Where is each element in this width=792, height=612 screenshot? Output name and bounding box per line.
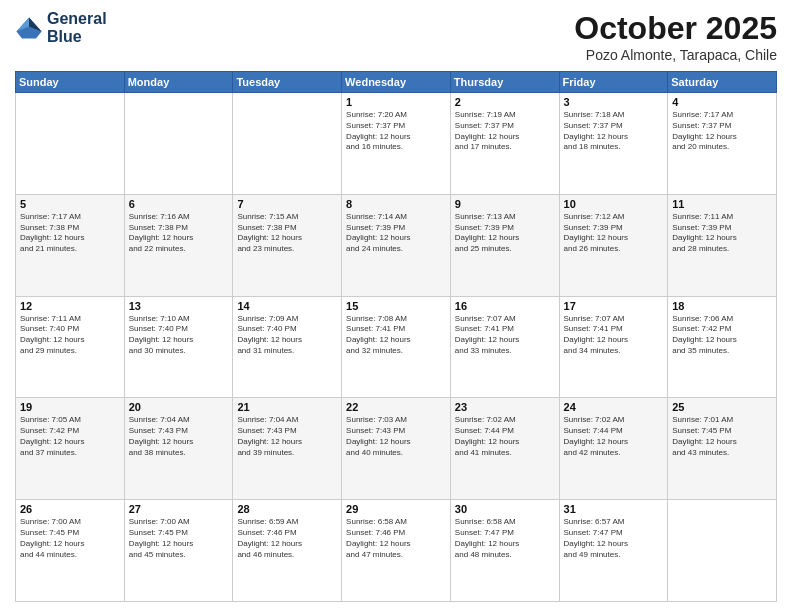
calendar-week-row-0: 1Sunrise: 7:20 AM Sunset: 7:37 PM Daylig… (16, 93, 777, 195)
cell-info-text: Sunrise: 6:57 AM Sunset: 7:47 PM Dayligh… (564, 517, 664, 560)
calendar-cell: 9Sunrise: 7:13 AM Sunset: 7:39 PM Daylig… (450, 194, 559, 296)
calendar-cell (233, 93, 342, 195)
calendar-cell: 11Sunrise: 7:11 AM Sunset: 7:39 PM Dayli… (668, 194, 777, 296)
location-subtitle: Pozo Almonte, Tarapaca, Chile (574, 47, 777, 63)
calendar-cell: 27Sunrise: 7:00 AM Sunset: 7:45 PM Dayli… (124, 500, 233, 602)
cell-info-text: Sunrise: 7:15 AM Sunset: 7:38 PM Dayligh… (237, 212, 337, 255)
calendar-cell (16, 93, 125, 195)
cell-day-number: 26 (20, 503, 120, 515)
cell-day-number: 13 (129, 300, 229, 312)
cell-info-text: Sunrise: 7:17 AM Sunset: 7:38 PM Dayligh… (20, 212, 120, 255)
calendar-week-row-4: 26Sunrise: 7:00 AM Sunset: 7:45 PM Dayli… (16, 500, 777, 602)
cell-day-number: 22 (346, 401, 446, 413)
cell-day-number: 10 (564, 198, 664, 210)
cell-info-text: Sunrise: 7:19 AM Sunset: 7:37 PM Dayligh… (455, 110, 555, 153)
cell-info-text: Sunrise: 7:11 AM Sunset: 7:40 PM Dayligh… (20, 314, 120, 357)
cell-info-text: Sunrise: 7:16 AM Sunset: 7:38 PM Dayligh… (129, 212, 229, 255)
cell-day-number: 21 (237, 401, 337, 413)
col-wednesday: Wednesday (342, 72, 451, 93)
cell-day-number: 29 (346, 503, 446, 515)
calendar-week-row-1: 5Sunrise: 7:17 AM Sunset: 7:38 PM Daylig… (16, 194, 777, 296)
cell-info-text: Sunrise: 7:04 AM Sunset: 7:43 PM Dayligh… (129, 415, 229, 458)
cell-day-number: 24 (564, 401, 664, 413)
header: General Blue October 2025 Pozo Almonte, … (15, 10, 777, 63)
calendar-cell: 22Sunrise: 7:03 AM Sunset: 7:43 PM Dayli… (342, 398, 451, 500)
calendar-cell: 4Sunrise: 7:17 AM Sunset: 7:37 PM Daylig… (668, 93, 777, 195)
cell-day-number: 11 (672, 198, 772, 210)
cell-day-number: 18 (672, 300, 772, 312)
cell-info-text: Sunrise: 7:10 AM Sunset: 7:40 PM Dayligh… (129, 314, 229, 357)
col-saturday: Saturday (668, 72, 777, 93)
cell-info-text: Sunrise: 7:07 AM Sunset: 7:41 PM Dayligh… (455, 314, 555, 357)
cell-day-number: 6 (129, 198, 229, 210)
calendar-cell: 24Sunrise: 7:02 AM Sunset: 7:44 PM Dayli… (559, 398, 668, 500)
cell-info-text: Sunrise: 7:07 AM Sunset: 7:41 PM Dayligh… (564, 314, 664, 357)
calendar-cell: 16Sunrise: 7:07 AM Sunset: 7:41 PM Dayli… (450, 296, 559, 398)
cell-info-text: Sunrise: 7:00 AM Sunset: 7:45 PM Dayligh… (129, 517, 229, 560)
cell-day-number: 4 (672, 96, 772, 108)
cell-info-text: Sunrise: 7:01 AM Sunset: 7:45 PM Dayligh… (672, 415, 772, 458)
cell-day-number: 27 (129, 503, 229, 515)
calendar-cell: 15Sunrise: 7:08 AM Sunset: 7:41 PM Dayli… (342, 296, 451, 398)
cell-info-text: Sunrise: 7:00 AM Sunset: 7:45 PM Dayligh… (20, 517, 120, 560)
page: General Blue October 2025 Pozo Almonte, … (0, 0, 792, 612)
calendar-week-row-2: 12Sunrise: 7:11 AM Sunset: 7:40 PM Dayli… (16, 296, 777, 398)
cell-day-number: 8 (346, 198, 446, 210)
cell-day-number: 9 (455, 198, 555, 210)
col-thursday: Thursday (450, 72, 559, 93)
cell-info-text: Sunrise: 7:11 AM Sunset: 7:39 PM Dayligh… (672, 212, 772, 255)
cell-day-number: 17 (564, 300, 664, 312)
cell-info-text: Sunrise: 6:58 AM Sunset: 7:46 PM Dayligh… (346, 517, 446, 560)
calendar-cell: 3Sunrise: 7:18 AM Sunset: 7:37 PM Daylig… (559, 93, 668, 195)
cell-info-text: Sunrise: 7:02 AM Sunset: 7:44 PM Dayligh… (455, 415, 555, 458)
calendar-cell: 21Sunrise: 7:04 AM Sunset: 7:43 PM Dayli… (233, 398, 342, 500)
calendar-cell: 5Sunrise: 7:17 AM Sunset: 7:38 PM Daylig… (16, 194, 125, 296)
calendar-cell: 20Sunrise: 7:04 AM Sunset: 7:43 PM Dayli… (124, 398, 233, 500)
calendar-cell: 23Sunrise: 7:02 AM Sunset: 7:44 PM Dayli… (450, 398, 559, 500)
logo-line1: General (47, 10, 107, 28)
logo-line2: Blue (47, 28, 107, 46)
cell-day-number: 7 (237, 198, 337, 210)
calendar-cell: 14Sunrise: 7:09 AM Sunset: 7:40 PM Dayli… (233, 296, 342, 398)
cell-day-number: 3 (564, 96, 664, 108)
calendar-table: Sunday Monday Tuesday Wednesday Thursday… (15, 71, 777, 602)
cell-day-number: 19 (20, 401, 120, 413)
calendar-cell: 7Sunrise: 7:15 AM Sunset: 7:38 PM Daylig… (233, 194, 342, 296)
calendar-cell: 28Sunrise: 6:59 AM Sunset: 7:46 PM Dayli… (233, 500, 342, 602)
cell-day-number: 12 (20, 300, 120, 312)
calendar-cell: 25Sunrise: 7:01 AM Sunset: 7:45 PM Dayli… (668, 398, 777, 500)
cell-day-number: 1 (346, 96, 446, 108)
cell-info-text: Sunrise: 7:14 AM Sunset: 7:39 PM Dayligh… (346, 212, 446, 255)
cell-day-number: 2 (455, 96, 555, 108)
month-title: October 2025 (574, 10, 777, 47)
cell-day-number: 14 (237, 300, 337, 312)
cell-info-text: Sunrise: 7:08 AM Sunset: 7:41 PM Dayligh… (346, 314, 446, 357)
calendar-cell: 1Sunrise: 7:20 AM Sunset: 7:37 PM Daylig… (342, 93, 451, 195)
calendar-cell: 19Sunrise: 7:05 AM Sunset: 7:42 PM Dayli… (16, 398, 125, 500)
cell-info-text: Sunrise: 7:12 AM Sunset: 7:39 PM Dayligh… (564, 212, 664, 255)
col-sunday: Sunday (16, 72, 125, 93)
cell-info-text: Sunrise: 7:05 AM Sunset: 7:42 PM Dayligh… (20, 415, 120, 458)
cell-info-text: Sunrise: 6:59 AM Sunset: 7:46 PM Dayligh… (237, 517, 337, 560)
cell-info-text: Sunrise: 7:20 AM Sunset: 7:37 PM Dayligh… (346, 110, 446, 153)
col-friday: Friday (559, 72, 668, 93)
calendar-cell: 8Sunrise: 7:14 AM Sunset: 7:39 PM Daylig… (342, 194, 451, 296)
cell-info-text: Sunrise: 7:06 AM Sunset: 7:42 PM Dayligh… (672, 314, 772, 357)
cell-day-number: 20 (129, 401, 229, 413)
cell-info-text: Sunrise: 7:02 AM Sunset: 7:44 PM Dayligh… (564, 415, 664, 458)
cell-day-number: 31 (564, 503, 664, 515)
logo-icon (15, 14, 43, 42)
cell-info-text: Sunrise: 7:17 AM Sunset: 7:37 PM Dayligh… (672, 110, 772, 153)
cell-info-text: Sunrise: 7:13 AM Sunset: 7:39 PM Dayligh… (455, 212, 555, 255)
col-monday: Monday (124, 72, 233, 93)
calendar-week-row-3: 19Sunrise: 7:05 AM Sunset: 7:42 PM Dayli… (16, 398, 777, 500)
cell-info-text: Sunrise: 7:03 AM Sunset: 7:43 PM Dayligh… (346, 415, 446, 458)
calendar-header-row: Sunday Monday Tuesday Wednesday Thursday… (16, 72, 777, 93)
cell-day-number: 15 (346, 300, 446, 312)
cell-info-text: Sunrise: 7:09 AM Sunset: 7:40 PM Dayligh… (237, 314, 337, 357)
title-block: October 2025 Pozo Almonte, Tarapaca, Chi… (574, 10, 777, 63)
calendar-cell: 26Sunrise: 7:00 AM Sunset: 7:45 PM Dayli… (16, 500, 125, 602)
cell-day-number: 5 (20, 198, 120, 210)
calendar-cell (124, 93, 233, 195)
cell-day-number: 23 (455, 401, 555, 413)
